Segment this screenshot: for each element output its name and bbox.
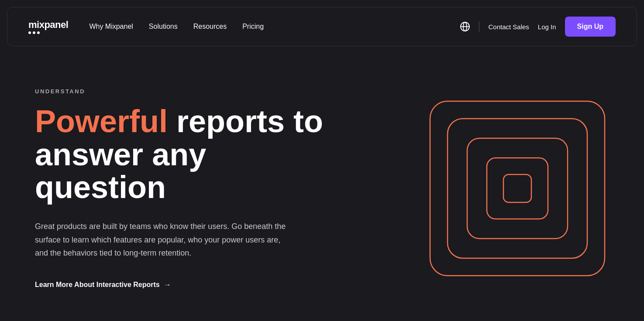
svg-rect-6 bbox=[487, 158, 548, 219]
hero-cta-arrow: → bbox=[164, 281, 171, 289]
logo-text: mixpanel bbox=[28, 19, 68, 31]
nav-link-why-mixpanel[interactable]: Why Mixpanel bbox=[89, 23, 133, 30]
logo-dots bbox=[28, 31, 68, 34]
hero-graphic-svg bbox=[426, 97, 609, 280]
hero-cta-label: Learn More About Interactive Reports bbox=[35, 281, 160, 289]
logo[interactable]: mixpanel bbox=[28, 19, 68, 34]
nav-links: Why Mixpanel Solutions Resources Pricing bbox=[89, 23, 264, 31]
hero-cta-link[interactable]: Learn More About Interactive Reports → bbox=[35, 281, 341, 289]
signup-button[interactable]: Sign Up bbox=[565, 17, 616, 37]
hero-headline: Powerful reports to answer any question bbox=[35, 105, 341, 204]
nav-link-solutions[interactable]: Solutions bbox=[149, 23, 178, 30]
hero-graphic bbox=[426, 97, 609, 280]
login-link[interactable]: Log In bbox=[538, 23, 556, 31]
hero-description: Great products are built by teams who kn… bbox=[35, 220, 288, 260]
svg-rect-5 bbox=[467, 138, 568, 239]
nav-item-solutions[interactable]: Solutions bbox=[149, 23, 178, 31]
hero-headline-accent: Powerful bbox=[35, 104, 168, 139]
main-nav: mixpanel Why Mixpanel Solutions Resource… bbox=[7, 7, 637, 46]
nav-link-resources[interactable]: Resources bbox=[193, 23, 227, 30]
globe-icon[interactable] bbox=[460, 21, 470, 32]
svg-rect-3 bbox=[430, 101, 605, 276]
nav-item-resources[interactable]: Resources bbox=[193, 23, 227, 31]
nav-link-pricing[interactable]: Pricing bbox=[242, 23, 264, 30]
contact-sales-link[interactable]: Contact Sales bbox=[488, 23, 529, 31]
logo-dot-2 bbox=[33, 31, 35, 34]
logo-dot-1 bbox=[28, 31, 31, 34]
logo-dot-3 bbox=[37, 31, 40, 34]
nav-item-why-mixpanel[interactable]: Why Mixpanel bbox=[89, 23, 133, 31]
nav-item-pricing[interactable]: Pricing bbox=[242, 23, 264, 31]
hero-section: UNDERSTAND Powerful reports to answer an… bbox=[0, 53, 644, 321]
hero-tag: UNDERSTAND bbox=[35, 88, 341, 95]
nav-divider bbox=[479, 21, 479, 32]
hero-content: UNDERSTAND Powerful reports to answer an… bbox=[35, 88, 341, 289]
nav-left: mixpanel Why Mixpanel Solutions Resource… bbox=[28, 19, 264, 34]
svg-rect-7 bbox=[503, 174, 531, 202]
nav-right: Contact Sales Log In Sign Up bbox=[460, 17, 616, 37]
svg-rect-4 bbox=[448, 119, 587, 258]
